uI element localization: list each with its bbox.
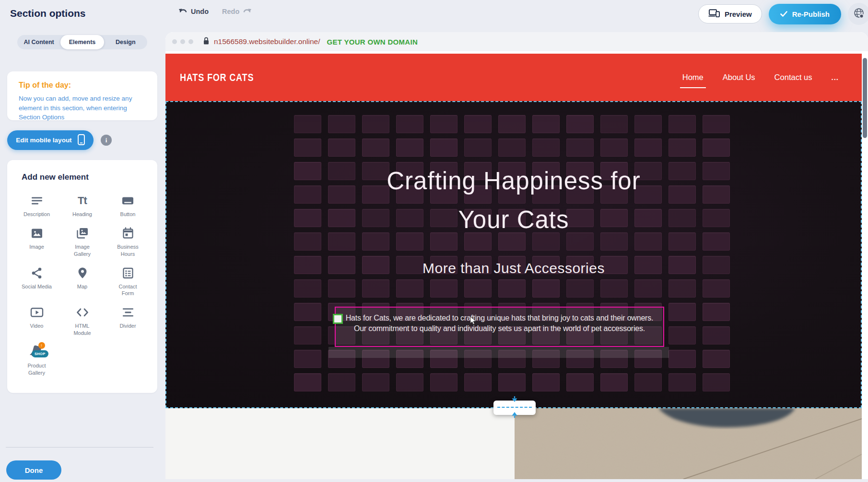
undo-button[interactable]: Undo <box>178 7 209 15</box>
hero-tile <box>362 279 389 298</box>
republish-label: Re-Publish <box>792 10 830 18</box>
hero-tile <box>328 373 355 391</box>
hero-tile <box>703 279 730 298</box>
hero-tile <box>328 138 355 157</box>
element-product-gallery[interactable]: ↑ SHOP Product Gallery <box>14 345 59 377</box>
image-icon <box>31 226 43 241</box>
hero-tile <box>294 138 321 157</box>
element-business-hours[interactable]: Business Hours <box>105 226 151 258</box>
element-contact-form[interactable]: Contact Form <box>105 266 151 298</box>
hero-subheading: More than Just Accessories <box>165 260 862 276</box>
browser-window-dots <box>172 39 193 44</box>
hero-tile <box>464 279 492 298</box>
topbar-actions: Preview Re-Publish <box>698 0 855 28</box>
window-dot <box>188 39 193 44</box>
edit-mobile-layout-button[interactable]: Edit mobile layout <box>7 130 94 150</box>
hero-tile <box>464 138 492 157</box>
hero-tile <box>669 373 696 391</box>
element-grid: Description Tt Heading Button Image Imag… <box>7 194 157 377</box>
arrow-up-icon <box>511 411 518 420</box>
element-image-gallery[interactable]: Image Gallery <box>59 226 105 258</box>
devices-icon <box>708 9 720 19</box>
redo-button[interactable]: Redo <box>222 7 252 15</box>
hero-tile <box>532 115 560 133</box>
site-url[interactable]: n1566589.websitebuilder.online/ <box>214 37 320 46</box>
section-resize-handle[interactable] <box>493 401 536 415</box>
element-description[interactable]: Description <box>14 194 59 218</box>
map-icon <box>76 266 89 280</box>
preview-label: Preview <box>725 10 752 18</box>
drop-zone-highlight <box>328 347 669 358</box>
hero-tile <box>566 373 594 391</box>
hero-tile <box>532 138 560 157</box>
element-button[interactable]: Button <box>105 194 151 218</box>
arrow-down-icon <box>511 395 518 404</box>
get-own-domain-link[interactable]: GET YOUR OWN DOMAIN <box>327 38 418 46</box>
hero-heading: Crafting Happiness for Your Cats <box>165 161 862 239</box>
hero-tile <box>566 115 594 133</box>
upgrade-arrow-badge: ↑ <box>38 342 45 349</box>
hero-tile <box>634 279 662 298</box>
hero-body-line1: Hats for Cats, we are dedicated to craft… <box>336 313 663 323</box>
nav-about-us[interactable]: About Us <box>723 73 755 82</box>
hero-tile <box>669 326 696 344</box>
nav-more[interactable]: ... <box>831 73 839 81</box>
hero-tile <box>430 373 457 391</box>
tip-of-the-day-card: Tip of the day: Now you can add, move an… <box>7 71 157 120</box>
info-icon[interactable]: i <box>101 135 112 146</box>
hero-tile <box>566 138 594 157</box>
element-html-module[interactable]: HTML Module <box>59 305 105 337</box>
nav-contact-us[interactable]: Contact us <box>774 73 812 82</box>
selection-handle[interactable] <box>333 314 343 324</box>
divider-icon <box>122 305 134 320</box>
tab-elements[interactable]: Elements <box>60 35 104 49</box>
preview-scrollbar-thumb[interactable] <box>863 58 867 138</box>
language-globe-button[interactable] <box>848 3 868 25</box>
republish-button[interactable]: Re-Publish <box>769 4 841 24</box>
element-video[interactable]: Video <box>14 305 59 337</box>
hero-tile <box>498 138 526 157</box>
tab-design[interactable]: Design <box>104 35 147 49</box>
hero-tile <box>430 138 457 157</box>
hero-tile <box>396 115 423 133</box>
preview-button[interactable]: Preview <box>698 4 762 23</box>
window-dot <box>180 39 185 44</box>
hero-tile <box>532 279 560 298</box>
element-image[interactable]: Image <box>14 226 59 258</box>
html-module-icon <box>76 305 89 320</box>
video-icon <box>30 305 44 320</box>
hero-tile <box>328 279 355 298</box>
hero-tile <box>600 373 628 391</box>
hero-tile <box>294 303 321 321</box>
hero-tile <box>669 138 696 157</box>
hero-tile <box>396 138 423 157</box>
hero-tile <box>669 303 696 321</box>
checkmark-icon <box>780 10 787 18</box>
hero-heading-line2: Your Cats <box>165 200 862 239</box>
hero-tile <box>703 373 730 391</box>
window-dot <box>172 39 177 44</box>
hero-tile <box>294 279 321 298</box>
element-map[interactable]: Map <box>59 266 105 298</box>
hero-tile <box>703 115 730 133</box>
element-social-media[interactable]: Social Media <box>14 266 59 298</box>
element-divider[interactable]: Divider <box>105 305 151 337</box>
hero-tile <box>362 115 389 133</box>
nav-home[interactable]: Home <box>682 73 704 82</box>
hero-tile <box>634 373 662 391</box>
done-button[interactable]: Done <box>6 460 61 480</box>
selected-text-element[interactable]: Hats for Cats, we are dedicated to craft… <box>335 307 664 347</box>
tab-ai-content[interactable]: AI Content <box>17 35 60 49</box>
hero-tile <box>532 373 560 391</box>
product-gallery-icon: ↑ SHOP <box>28 345 46 359</box>
hero-tile <box>703 138 730 157</box>
hero-tile <box>669 279 696 298</box>
hero-tile <box>600 279 628 298</box>
hero-tile <box>703 303 730 321</box>
edit-mobile-layout-label: Edit mobile layout <box>16 137 71 144</box>
contact-form-icon <box>122 266 134 280</box>
hero-section[interactable]: Crafting Happiness for Your Cats More th… <box>165 101 862 408</box>
site-logo[interactable]: HATS FOR CATS <box>180 71 254 84</box>
phone-icon <box>78 134 85 147</box>
element-heading[interactable]: Tt Heading <box>59 194 105 218</box>
